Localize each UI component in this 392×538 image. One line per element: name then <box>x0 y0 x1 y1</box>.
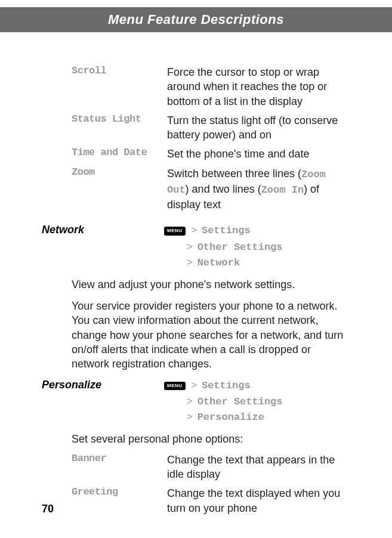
option-term: Banner <box>72 453 167 482</box>
page-number: 70 <box>42 503 54 515</box>
nav-separator: > <box>187 256 193 268</box>
nav-line: > Other Settings <box>42 240 350 255</box>
zoom-mid: ) and two lines ( <box>186 183 261 195</box>
option-row: Time and Date Set the phone's time and d… <box>72 147 350 161</box>
personalize-nav-path: MENU > Settings <box>164 379 251 393</box>
option-row: Scroll Force the cursor to stop or wrap … <box>72 65 350 109</box>
network-body-1: View and adjust your phone's network set… <box>72 277 350 292</box>
nav-separator: > <box>187 411 193 422</box>
nav-separator: > <box>191 224 197 236</box>
option-desc: Force the cursor to stop or wrap around … <box>167 65 350 109</box>
menu-icon: MENU <box>164 382 186 391</box>
option-row: Zoom Switch between three lines (Zoom Ou… <box>72 166 350 212</box>
zoom-prefix: Switch between three lines ( <box>167 168 301 180</box>
network-title: Network <box>42 224 164 236</box>
option-term: Greeting <box>72 486 167 515</box>
option-desc: Change the text that appears in the idle… <box>167 453 350 482</box>
page-header: Menu Feature Descriptions <box>0 7 392 32</box>
nav-line: > Network <box>42 256 350 270</box>
zoom-in-label: Zoom In <box>261 184 304 196</box>
option-desc: Switch between three lines (Zoom Out) an… <box>167 166 350 212</box>
personalize-options-table: Banner Change the text that appears in t… <box>72 453 350 515</box>
content-area: Scroll Force the cursor to stop or wrap … <box>0 32 392 515</box>
option-term: Status Light <box>72 113 167 143</box>
option-row: Banner Change the text that appears in t… <box>72 453 350 482</box>
nav-separator: > <box>191 379 197 391</box>
network-body-2: Your service provider registers your pho… <box>72 299 350 371</box>
nav-separator: > <box>187 241 193 252</box>
header-title: Menu Feature Descriptions <box>108 12 284 27</box>
personalize-title: Personalize <box>42 379 164 391</box>
option-desc: Change the text displayed when you turn … <box>167 486 350 515</box>
personalize-heading-row: Personalize MENU > Settings <box>42 379 350 393</box>
network-heading-row: Network MENU > Settings <box>42 224 350 238</box>
option-term: Scroll <box>72 65 167 109</box>
nav-item: Other Settings <box>197 242 283 253</box>
nav-item: Network <box>197 257 240 268</box>
option-row: Greeting Change the text displayed when … <box>72 486 350 515</box>
option-row: Status Light Turn the status light off (… <box>72 113 350 143</box>
option-term: Time and Date <box>72 147 167 161</box>
network-nav-path: MENU > Settings <box>164 224 251 238</box>
menu-icon: MENU <box>164 227 186 236</box>
option-desc: Set the phone's time and date <box>167 147 350 161</box>
option-desc: Turn the status light off (to conserve b… <box>167 113 350 143</box>
option-term: Zoom <box>72 166 167 212</box>
personalize-body-1: Set several personal phone options: <box>72 432 350 446</box>
nav-item: Other Settings <box>197 396 283 407</box>
nav-separator: > <box>187 395 193 407</box>
nav-item: Settings <box>202 380 251 391</box>
nav-line: > Other Settings <box>42 395 350 409</box>
nav-item: Settings <box>202 225 251 236</box>
top-options-table: Scroll Force the cursor to stop or wrap … <box>72 65 350 212</box>
nav-line: > Personalize <box>42 410 350 425</box>
nav-item: Personalize <box>197 412 264 423</box>
